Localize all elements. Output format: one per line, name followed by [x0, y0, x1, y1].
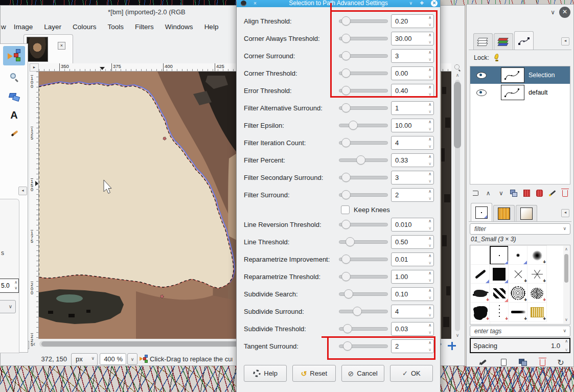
spin-up-icon[interactable]: ∧: [428, 172, 431, 176]
lock-strokes-icon[interactable]: [493, 54, 500, 61]
help-button[interactable]: Help: [244, 365, 287, 382]
brush-cell-hatch[interactable]: [490, 284, 509, 303]
spinbox-corner-surround[interactable]: 3∧∨: [391, 49, 434, 63]
ruler-corner-button[interactable]: ►: [30, 63, 39, 72]
slider-filter-surround[interactable]: [339, 190, 388, 200]
spin-up-icon[interactable]: ∧: [428, 340, 431, 345]
brush-cell-confetti[interactable]: +: [527, 303, 546, 321]
transform-tool-button[interactable]: [3, 87, 25, 106]
spinbox-filter-percent[interactable]: 0.33∧∨: [391, 153, 434, 167]
slider-tangent-surround[interactable]: [339, 341, 388, 351]
scroll-left-icon[interactable]: ‹: [31, 340, 38, 349]
spinbox-reparametrize-improvement[interactable]: 0.01∧∨: [391, 252, 434, 266]
dialog-close-icon[interactable]: ✕: [431, 0, 438, 7]
spin-down-icon[interactable]: ∨: [428, 226, 431, 230]
brush-cell-smudge[interactable]: +: [471, 284, 490, 303]
slider-reparametrize-improvement[interactable]: [339, 254, 388, 264]
slider-thumb[interactable]: [344, 289, 353, 298]
slider-filter-iteration-count[interactable]: [339, 137, 388, 148]
new-path-button[interactable]: [471, 189, 480, 198]
spin-down-icon[interactable]: ∨: [428, 243, 431, 248]
lower-path-button[interactable]: ∨: [496, 189, 506, 198]
spin-down-icon[interactable]: ∨: [428, 92, 431, 97]
chevron-down-icon[interactable]: ∨: [409, 0, 412, 7]
slider-thumb[interactable]: [341, 255, 351, 264]
scroll-down-icon[interactable]: ∨: [563, 316, 569, 324]
brush-cell-bar[interactable]: [471, 321, 490, 325]
paintbrush-tool-button[interactable]: [3, 124, 25, 143]
navigation-cross-icon[interactable]: [446, 340, 458, 352]
spinbox-filter-alternative-surround[interactable]: 1∧∨: [391, 101, 434, 115]
spin-down-icon[interactable]: ∨: [428, 162, 431, 166]
spin-up-icon[interactable]: ∧: [428, 306, 431, 310]
slider-thumb[interactable]: [341, 68, 351, 78]
tab-layers[interactable]: [473, 33, 493, 50]
pin-icon[interactable]: ✚: [420, 0, 424, 7]
brush-cell-splat[interactable]: +: [471, 303, 490, 321]
brush-scroll-thumb[interactable]: [564, 254, 568, 283]
tool-option-spinbox[interactable]: 5.0 ∧∨: [0, 279, 19, 293]
brush-cell-dot-tiny[interactable]: [490, 246, 509, 265]
scroll-down-icon[interactable]: ∨: [452, 332, 463, 339]
brush-cell-calligraphic[interactable]: [471, 265, 490, 284]
slider-corner-always-threshold[interactable]: [339, 33, 388, 43]
dock-close-icon[interactable]: ✕: [559, 7, 570, 18]
slider-thumb[interactable]: [341, 86, 351, 95]
menu-item-help[interactable]: Help: [199, 23, 224, 31]
slider-filter-secondary-surround[interactable]: [339, 172, 388, 182]
menu-item-windows[interactable]: Windows: [159, 23, 199, 31]
spin-up-icon[interactable]: ∧: [428, 67, 431, 72]
edit-brush-button[interactable]: [478, 357, 488, 367]
slider-corner-threshold[interactable]: [339, 68, 388, 78]
brush-cell-scribble[interactable]: +: [509, 284, 527, 303]
slider-thumb[interactable]: [341, 16, 351, 26]
spin-arrows-icon[interactable]: ∧∨: [14, 280, 17, 291]
visibility-eye-icon[interactable]: [476, 72, 487, 79]
brush-cell-sparkle-x[interactable]: +: [527, 265, 546, 284]
spin-up-icon[interactable]: ∧: [428, 15, 431, 20]
spinbox-subdivide-threshold[interactable]: 0.03∧∨: [391, 322, 434, 336]
brush-cell-stroke[interactable]: +: [509, 303, 527, 321]
spacing-slider[interactable]: Spacing 1.0 ∧ ∨: [470, 338, 570, 353]
slider-thumb[interactable]: [341, 190, 351, 199]
spin-down-icon[interactable]: ∨: [428, 196, 431, 201]
duplicate-path-button[interactable]: [509, 189, 518, 198]
spin-up-icon[interactable]: ∧: [428, 271, 431, 275]
spin-up-icon[interactable]: ∧: [428, 189, 431, 194]
slider-subdivide-threshold[interactable]: [339, 324, 388, 334]
brush-cell-dot-soft[interactable]: +: [527, 246, 546, 265]
brush-cell-dot-small[interactable]: [509, 246, 527, 265]
slider-filter-alternative-surround[interactable]: [339, 103, 388, 113]
menu-item-tools[interactable]: Tools: [102, 23, 130, 31]
spinbox-reparametrize-threshold[interactable]: 1.00∧∨: [391, 270, 434, 284]
chevron-down-icon[interactable]: ∨: [550, 9, 555, 16]
path-row-default[interactable]: default: [470, 84, 570, 101]
tab-channels[interactable]: [494, 33, 513, 50]
spin-down-icon[interactable]: ∨: [428, 75, 431, 79]
spin-up-icon[interactable]: ∧: [428, 137, 431, 142]
brush-cell-noise[interactable]: +: [527, 284, 546, 303]
delete-path-button[interactable]: [561, 189, 570, 198]
menu-item-layer[interactable]: Layer: [38, 23, 67, 31]
delete-brush-button[interactable]: [537, 357, 547, 367]
spinbox-filter-epsilon[interactable]: 10.00∧∨: [391, 119, 434, 132]
spinbox-align-threshold[interactable]: 0.20∧∨: [391, 14, 434, 28]
zoom-dropdown-icon[interactable]: ∨: [127, 353, 137, 365]
unit-dropdown[interactable]: px ∨: [71, 353, 98, 366]
spin-down-icon[interactable]: ∨: [428, 330, 431, 335]
spin-down-icon[interactable]: ∨: [565, 348, 568, 352]
slider-thumb[interactable]: [341, 34, 351, 43]
slider-thumb[interactable]: [349, 121, 358, 130]
tab-brushes[interactable]: [471, 203, 492, 222]
spinbox-subdivide-search[interactable]: 0.10∧∨: [391, 287, 434, 301]
spin-up-icon[interactable]: ∧: [565, 339, 568, 343]
spin-down-icon[interactable]: ∨: [428, 295, 431, 300]
spinbox-corner-threshold[interactable]: 0.00∧∨: [391, 66, 434, 80]
spin-up-icon[interactable]: ∧: [428, 288, 431, 293]
spin-up-icon[interactable]: ∧: [428, 120, 431, 124]
spinbox-filter-secondary-surround[interactable]: 3∧∨: [391, 171, 434, 185]
new-brush-button[interactable]: [498, 357, 509, 367]
menu-item-w[interactable]: w: [1, 23, 8, 31]
zoom-level-input[interactable]: 400 %: [100, 353, 126, 365]
menu-item-colours[interactable]: Colours: [67, 23, 102, 31]
